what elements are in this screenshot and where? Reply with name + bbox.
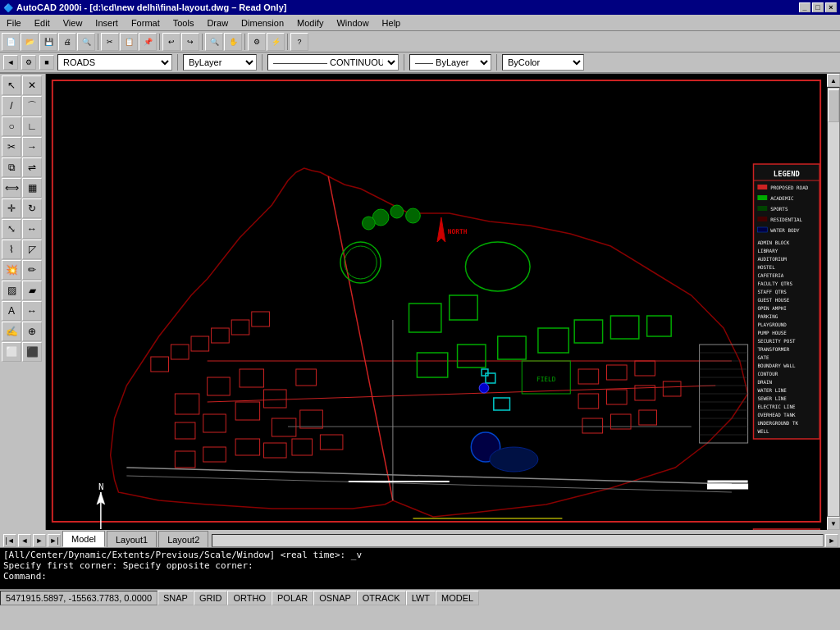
lwt-button[interactable]: LWT — [406, 591, 436, 605]
separator3 — [202, 34, 203, 50]
color-select[interactable]: ByLayer — [183, 54, 257, 71]
gradient-tool[interactable]: ▰ — [22, 281, 42, 300]
zoom-button[interactable]: 🔍 — [205, 33, 223, 51]
cut-button[interactable]: ✂ — [101, 33, 119, 51]
trim-tool[interactable]: ✂ — [2, 137, 21, 157]
polar-button[interactable]: POLAR — [272, 591, 313, 605]
undo-button[interactable]: ↩ — [162, 33, 180, 51]
svg-text:SECURITY POST: SECURITY POST — [757, 338, 796, 344]
array-tool[interactable]: ▦ — [22, 178, 42, 198]
erase-tool[interactable]: ✕ — [22, 75, 42, 95]
tab-prev-button[interactable]: ◄ — [18, 534, 31, 547]
left-palette: ↖ ✕ / ⌒ ○ ∟ ✂ → ⧉ ⇌ ⟺ ▦ ✛ ↻ ⤡ ↔ — [0, 74, 46, 530]
tab-last-button[interactable]: ►| — [48, 534, 61, 547]
linetype-select[interactable]: —————— CONTINUOUS — [267, 54, 399, 71]
mirror-tool[interactable]: ⇌ — [22, 158, 42, 177]
fillet-tool[interactable]: ∟ — [22, 116, 42, 136]
scroll-down-button[interactable]: ▼ — [827, 517, 840, 530]
palette-row-5: ⧉ ⇌ — [2, 158, 43, 177]
redo-button[interactable]: ↪ — [181, 33, 199, 51]
scroll-track-v[interactable] — [827, 87, 840, 517]
wblock-tool[interactable]: ⬛ — [22, 342, 42, 362]
properties-button[interactable]: ⚙ — [248, 33, 266, 51]
command-area[interactable]: [All/Center/Dynamic/Extents/Previous/Sca… — [0, 548, 840, 589]
menu-modify[interactable]: Modify — [290, 15, 330, 30]
menu-draw[interactable]: Draw — [200, 15, 235, 30]
mtext-tool[interactable]: ✍ — [2, 322, 21, 341]
explode-tool[interactable]: 💥 — [2, 260, 21, 280]
menu-dimension[interactable]: Dimension — [235, 15, 290, 30]
svg-text:ACADEMIC: ACADEMIC — [770, 195, 794, 201]
copy-tool[interactable]: ⧉ — [2, 158, 21, 177]
grid-button[interactable]: GRID — [194, 591, 228, 605]
break-tool[interactable]: ⌇ — [2, 240, 21, 259]
chamfer-tool[interactable]: ◸ — [22, 240, 42, 259]
menu-format[interactable]: Format — [125, 15, 167, 30]
menu-help[interactable]: Help — [376, 15, 408, 30]
layer-settings-icon[interactable]: ⚙ — [21, 55, 36, 70]
layer-icon[interactable]: ■ — [39, 55, 54, 70]
menu-file[interactable]: File — [0, 15, 28, 30]
arc-tool[interactable]: ⌒ — [22, 96, 42, 116]
menu-tools[interactable]: Tools — [167, 15, 201, 30]
plotstyle-select[interactable]: ByColor — [502, 54, 584, 71]
save-button[interactable]: 💾 — [39, 33, 57, 51]
h-scroll-track[interactable] — [212, 534, 824, 547]
toolbar1: 📄 📂 💾 🖨 🔍 ✂ 📋 📌 ↩ ↪ 🔍 ✋ ⚙ ⚡ ? — [0, 31, 840, 52]
match-button[interactable]: ⚡ — [267, 33, 285, 51]
block-tool[interactable]: ⬜ — [2, 342, 21, 362]
help-button[interactable]: ? — [290, 33, 308, 51]
line-tool[interactable]: / — [2, 96, 21, 116]
tab-layout2[interactable]: Layout2 — [158, 531, 208, 547]
text-tool[interactable]: A — [2, 301, 21, 321]
layer-select[interactable]: ROADS — [57, 54, 172, 71]
move-tool[interactable]: ✛ — [2, 199, 21, 218]
select-tool[interactable]: ↖ — [2, 75, 21, 95]
new-button[interactable]: 📄 — [2, 33, 20, 51]
scale-tool[interactable]: ⤡ — [2, 219, 21, 239]
circle-tool[interactable]: ○ — [2, 116, 21, 136]
restore-button[interactable]: □ — [812, 2, 824, 12]
pedit-tool[interactable]: ✏ — [22, 260, 42, 280]
pan-button[interactable]: ✋ — [224, 33, 242, 51]
tab-model[interactable]: Model — [62, 531, 105, 547]
copy-button[interactable]: 📋 — [120, 33, 138, 51]
hatch-tool[interactable]: ▨ — [2, 281, 21, 300]
close-button[interactable]: × — [825, 2, 837, 12]
palette-row-6: ⟺ ▦ — [2, 178, 43, 198]
otrack-button[interactable]: OTRACK — [357, 591, 406, 605]
print-preview-button[interactable]: 🔍 — [77, 33, 95, 51]
svg-text:FIELD: FIELD — [536, 376, 556, 383]
dim-tool[interactable]: ↔ — [22, 301, 42, 321]
svg-point-144 — [406, 208, 421, 223]
model-button[interactable]: MODEL — [436, 591, 479, 605]
canvas-area[interactable]: FIELD N NORTH LEGEND PROPOSED ROAD ACADE… — [46, 74, 827, 530]
stretch-tool[interactable]: ↔ — [22, 219, 42, 239]
rotate-tool[interactable]: ↻ — [22, 199, 42, 218]
palette-row-11: ▨ ▰ — [2, 281, 43, 300]
offset-tool[interactable]: ⟺ — [2, 178, 21, 198]
separator-p4 — [496, 54, 497, 71]
print-button[interactable]: 🖨 — [58, 33, 76, 51]
palette-row-13: ✍ ⊕ — [2, 322, 43, 341]
svg-rect-84 — [757, 206, 767, 211]
minimize-button[interactable]: _ — [799, 2, 810, 12]
insert-tool[interactable]: ⊕ — [22, 322, 42, 341]
layer-prev-icon[interactable]: ◄ — [3, 55, 18, 70]
scroll-right-button[interactable]: ► — [825, 534, 838, 547]
snap-button[interactable]: SNAP — [158, 591, 194, 605]
tab-layout1[interactable]: Layout1 — [107, 531, 157, 547]
lineweight-select[interactable]: —— ByLayer — [409, 54, 491, 71]
ortho-button[interactable]: ORTHO — [227, 591, 272, 605]
tab-first-button[interactable]: |◄ — [3, 534, 16, 547]
extend-tool[interactable]: → — [22, 137, 42, 157]
menu-window[interactable]: Window — [330, 15, 375, 30]
menu-insert[interactable]: Insert — [89, 15, 125, 30]
menu-view[interactable]: View — [57, 15, 89, 30]
scroll-up-button[interactable]: ▲ — [827, 74, 840, 87]
tab-next-button[interactable]: ► — [33, 534, 46, 547]
open-button[interactable]: 📂 — [21, 33, 39, 51]
menu-edit[interactable]: Edit — [28, 15, 57, 30]
osnap-button[interactable]: OSNAP — [313, 591, 357, 605]
paste-button[interactable]: 📌 — [139, 33, 157, 51]
